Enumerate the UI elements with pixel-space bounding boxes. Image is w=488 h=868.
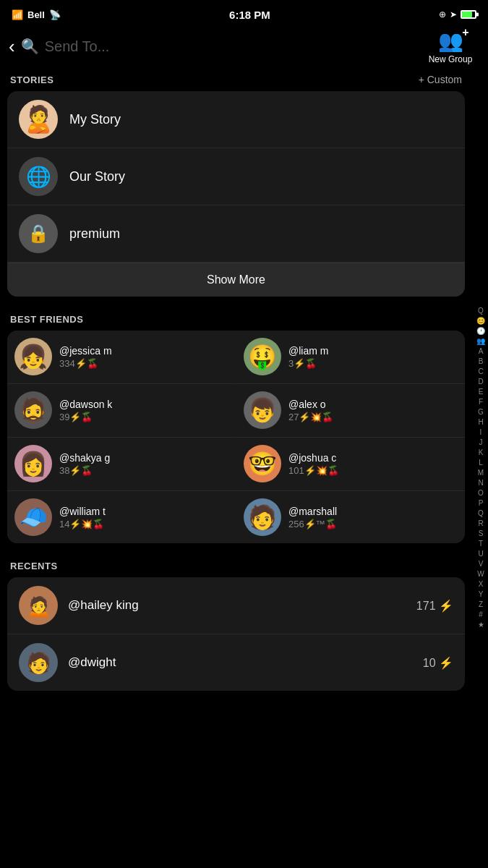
recents-card: 🙍 @hailey king 171 ⚡ 🧑 @dwight 10 ⚡ bbox=[7, 577, 465, 691]
alex-bitmoji: 👦 bbox=[248, 396, 277, 424]
stories-title: STORIES bbox=[10, 75, 53, 85]
friend-william-avatar: 🧢 bbox=[14, 498, 52, 536]
alpha-s[interactable]: S bbox=[479, 529, 484, 538]
alpha-clock[interactable]: 🕐 bbox=[476, 326, 485, 336]
marshall-info: @marshall 256⚡™🍒 bbox=[288, 506, 337, 529]
alpha-m[interactable]: M bbox=[478, 468, 484, 477]
our-story-avatar: 🌐 bbox=[19, 157, 58, 196]
friend-liam-avatar: 🤑 bbox=[244, 338, 281, 375]
alpha-x[interactable]: X bbox=[479, 579, 484, 589]
alpha-emoji-smile[interactable]: 😊 bbox=[476, 316, 485, 326]
new-group-icon: 👥 + bbox=[438, 29, 463, 53]
joshua-bitmoji: 🤓 bbox=[248, 450, 277, 477]
friend-jessica-avatar: 👧 bbox=[14, 338, 52, 375]
alpha-d[interactable]: D bbox=[478, 377, 483, 386]
joshua-name: @joshua c bbox=[288, 452, 339, 464]
alpha-q1[interactable]: Q bbox=[478, 306, 484, 315]
alpha-people[interactable]: 👥 bbox=[476, 336, 485, 346]
wifi-icon: 📡 bbox=[49, 9, 61, 20]
alpha-a[interactable]: A bbox=[479, 346, 484, 356]
dawson-info: @dawson k 39⚡🍒 bbox=[59, 399, 112, 422]
alpha-o[interactable]: O bbox=[478, 488, 484, 498]
my-story-avatar: 🙎 bbox=[19, 100, 58, 139]
jessica-name: @jessica m bbox=[59, 345, 112, 357]
alpha-i[interactable]: I bbox=[480, 427, 482, 437]
back-button[interactable]: ‹ bbox=[9, 37, 15, 56]
alex-name: @alex o bbox=[288, 399, 333, 410]
alpha-b[interactable]: B bbox=[479, 357, 484, 366]
jessica-score: 334⚡🍒 bbox=[59, 358, 112, 369]
friend-joshua[interactable]: 🤓 @joshua c 101⚡💥🍒 bbox=[236, 437, 465, 490]
my-story-item[interactable]: 🙎 My Story bbox=[7, 91, 465, 148]
alpha-hash[interactable]: # bbox=[479, 610, 483, 619]
friend-alex[interactable]: 👦 @alex o 27⚡💥🍒 bbox=[236, 383, 465, 436]
recent-hailey[interactable]: 🙍 @hailey king 171 ⚡ bbox=[7, 577, 465, 634]
alpha-n[interactable]: N bbox=[478, 478, 483, 488]
time-display: 6:18 PM bbox=[229, 9, 270, 21]
our-story-item[interactable]: 🌐 Our Story bbox=[7, 148, 465, 205]
alpha-r[interactable]: R bbox=[478, 519, 483, 528]
alpha-l[interactable]: L bbox=[479, 458, 483, 467]
best-friends-grid: 👧 @jessica m 334⚡🍒 🤑 @liam m 3⚡🍒 🧔 @daws… bbox=[7, 331, 465, 543]
alpha-t[interactable]: T bbox=[479, 539, 483, 548]
status-bar: 📶 Bell 📡 6:18 PM ⊕ ➤ bbox=[0, 0, 488, 26]
hailey-name: @hailey king bbox=[68, 598, 416, 613]
dawson-bitmoji: 🧔 bbox=[19, 396, 48, 424]
hailey-score: 171 ⚡ bbox=[416, 599, 453, 613]
premium-story-item[interactable]: 🔒 premium bbox=[7, 205, 465, 263]
friend-jessica[interactable]: 👧 @jessica m 334⚡🍒 bbox=[7, 331, 236, 383]
friend-joshua-avatar: 🤓 bbox=[244, 445, 281, 482]
custom-button[interactable]: + Custom bbox=[419, 74, 462, 85]
alex-info: @alex o 27⚡💥🍒 bbox=[288, 399, 333, 422]
alpha-star[interactable]: ★ bbox=[478, 620, 484, 629]
friend-marshall[interactable]: 🧑 @marshall 256⚡™🍒 bbox=[236, 490, 465, 543]
stories-section-header: STORIES + Custom bbox=[0, 67, 472, 91]
liam-bitmoji: 🤑 bbox=[248, 343, 277, 370]
friend-alex-avatar: 👦 bbox=[244, 391, 281, 429]
alpha-w[interactable]: W bbox=[477, 569, 484, 579]
shakya-bitmoji: 👩 bbox=[19, 450, 48, 477]
shakya-name: @shakya g bbox=[59, 452, 110, 464]
marshall-name: @marshall bbox=[288, 506, 337, 517]
friend-william[interactable]: 🧢 @william t 14⚡💥🍒 bbox=[7, 490, 236, 543]
alpha-u[interactable]: U bbox=[478, 549, 483, 558]
show-more-button[interactable]: Show More bbox=[7, 263, 465, 297]
alpha-e[interactable]: E bbox=[479, 387, 484, 396]
jessica-info: @jessica m 334⚡🍒 bbox=[59, 345, 112, 369]
alpha-g[interactable]: G bbox=[478, 407, 484, 417]
recents-section-header: RECENTS bbox=[0, 553, 472, 577]
alpha-k[interactable]: K bbox=[479, 448, 484, 457]
alphabet-sidebar: Q 😊 🕐 👥 A B C D E F G H I J K L M N O P … bbox=[474, 67, 488, 868]
liam-name: @liam m bbox=[288, 345, 328, 357]
shakya-score: 38⚡🍒 bbox=[59, 465, 110, 476]
friend-shakya[interactable]: 👩 @shakya g 38⚡🍒 bbox=[7, 437, 236, 490]
battery-icon bbox=[461, 10, 476, 19]
alpha-h[interactable]: H bbox=[478, 417, 483, 427]
alpha-y[interactable]: Y bbox=[479, 590, 484, 599]
alpha-j[interactable]: J bbox=[479, 438, 483, 447]
alpha-c[interactable]: C bbox=[478, 367, 483, 376]
marshall-bitmoji: 🧑 bbox=[248, 503, 277, 531]
search-placeholder[interactable]: Send To... bbox=[45, 38, 421, 55]
alpha-f[interactable]: F bbox=[479, 397, 483, 407]
recent-dwight[interactable]: 🧑 @dwight 10 ⚡ bbox=[7, 634, 465, 691]
premium-story-avatar: 🔒 bbox=[19, 214, 58, 253]
hailey-avatar: 🙍 bbox=[19, 586, 58, 625]
stories-card: 🙎 My Story 🌐 Our Story 🔒 premium Show Mo… bbox=[7, 91, 465, 297]
gps-icon: ➤ bbox=[450, 9, 457, 20]
alpha-q2[interactable]: Q bbox=[478, 509, 484, 518]
carrier-name: Bell bbox=[27, 9, 45, 20]
alpha-v[interactable]: V bbox=[479, 559, 484, 569]
william-bitmoji: 🧢 bbox=[19, 503, 48, 531]
alpha-z[interactable]: Z bbox=[479, 600, 483, 609]
william-score: 14⚡💥🍒 bbox=[59, 519, 106, 529]
friend-dawson[interactable]: 🧔 @dawson k 39⚡🍒 bbox=[7, 383, 236, 436]
best-friends-section-header: BEST FRIENDS bbox=[0, 307, 472, 331]
new-group-button[interactable]: 👥 + New Group bbox=[421, 29, 479, 64]
my-story-bitmoji: 🙎 bbox=[22, 104, 55, 135]
alpha-p[interactable]: P bbox=[479, 498, 484, 508]
friend-liam[interactable]: 🤑 @liam m 3⚡🍒 bbox=[236, 331, 465, 383]
signal-icon: 📶 bbox=[12, 9, 23, 20]
dawson-name: @dawson k bbox=[59, 399, 112, 410]
liam-info: @liam m 3⚡🍒 bbox=[288, 345, 328, 369]
